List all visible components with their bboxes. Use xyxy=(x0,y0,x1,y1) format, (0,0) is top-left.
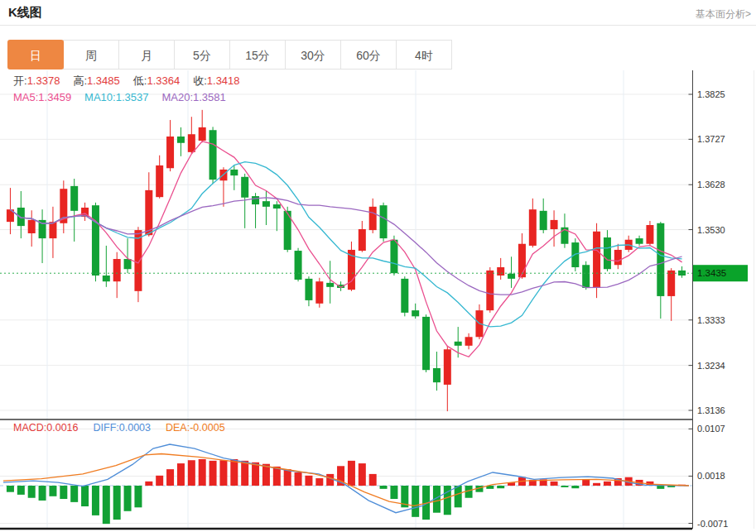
info-label: MA10: xyxy=(84,91,116,103)
marow-item: MA10:1.3537 xyxy=(84,91,148,103)
tab-0-日[interactable]: 日 xyxy=(7,40,64,69)
axis-tick-label: 1.3234 xyxy=(697,361,725,371)
axis-tick-label: 1.3628 xyxy=(697,180,725,189)
macdrow-item: MACD:0.0016 xyxy=(13,422,79,434)
ohlc-info-row: 开:1.3378高:1.3485低:1.3364收:1.3418 xyxy=(13,74,253,89)
info-label: MA5: xyxy=(13,91,38,103)
ma-lines-layer xyxy=(10,141,681,357)
interval-tabs: 日周月5分15分30分60分4时 xyxy=(8,40,452,69)
info-value: 1.3378 xyxy=(27,74,60,87)
axis-tick-label: 1.3727 xyxy=(697,134,725,144)
info-value: 0.0016 xyxy=(46,422,78,434)
axis-tick-label: 1.3825 xyxy=(697,89,725,99)
info-value: 1.3485 xyxy=(87,74,120,87)
tab-7-4时[interactable]: 4时 xyxy=(396,40,452,69)
marow-item: MA5:1.3459 xyxy=(13,91,71,103)
macdrow-item: DIFF:0.0003 xyxy=(94,422,151,434)
candles-layer xyxy=(7,110,686,411)
page-title: K线图 xyxy=(8,5,42,21)
tab-2-月[interactable]: 月 xyxy=(118,40,175,69)
ohlcrow-item: 高:1.3485 xyxy=(73,74,119,87)
price-axis: 1.38251.37271.36281.35301.33331.32341.31… xyxy=(689,70,729,529)
tab-1-周[interactable]: 周 xyxy=(63,40,119,69)
info-label: DIFF: xyxy=(94,422,119,434)
info-value: 1.3459 xyxy=(38,91,71,103)
axis-tick-label: 1.3530 xyxy=(697,225,725,235)
kline-page: 1.38251.37271.36281.35301.33331.32341.31… xyxy=(0,0,756,532)
tab-3-5分[interactable]: 5分 xyxy=(174,40,230,69)
macdrow-item: DEA:-0.0005 xyxy=(166,422,225,434)
info-value: 1.3418 xyxy=(207,74,240,87)
ma-info-row: MA5:1.3459MA10:1.3537MA20:1.3581 xyxy=(13,91,239,103)
info-label: DEA: xyxy=(166,422,190,434)
fundamental-analysis-link[interactable]: 基本面分析> xyxy=(696,7,751,22)
grid-layer xyxy=(0,70,692,529)
ohlcrow-item: 低:1.3364 xyxy=(133,74,180,87)
ma10-line xyxy=(10,162,681,327)
info-label: MACD: xyxy=(13,422,46,434)
ohlcrow-item: 收:1.3418 xyxy=(193,74,239,87)
ohlcrow-item: 开:1.3378 xyxy=(13,74,60,87)
axis-tick-label: 0.0018 xyxy=(697,471,725,481)
current-price-badge-label: 1.3435 xyxy=(697,268,726,278)
info-value: 1.3364 xyxy=(147,74,180,87)
ma20-line xyxy=(10,198,681,295)
axis-tick-label: 1.3136 xyxy=(697,405,725,415)
axis-tick-label: 1.3333 xyxy=(697,315,725,325)
info-value: 0.0003 xyxy=(119,422,151,434)
info-label: 高: xyxy=(73,74,87,87)
macd-info-row: MACD:0.0016DIFF:0.0003DEA:-0.0005 xyxy=(13,422,240,434)
info-value: -0.0005 xyxy=(190,422,224,434)
info-label: MA20: xyxy=(161,91,193,103)
info-label: 收: xyxy=(193,74,207,87)
current-price-badge: 1.3435 xyxy=(693,265,748,281)
tab-5-30分[interactable]: 30分 xyxy=(285,40,341,69)
tab-6-60分[interactable]: 60分 xyxy=(340,40,397,69)
macd-histogram-layer xyxy=(7,459,686,524)
axis-tick-label: -0.0071 xyxy=(697,519,728,529)
info-label: 低: xyxy=(133,74,147,87)
axis-tick-label: 0.0107 xyxy=(697,424,725,434)
info-label: 开: xyxy=(13,74,27,87)
page-header: K线图 基本面分析> xyxy=(0,0,756,26)
info-value: 1.3581 xyxy=(193,91,226,103)
marow-item: MA20:1.3581 xyxy=(161,91,225,103)
info-value: 1.3537 xyxy=(116,91,149,103)
ma5-line xyxy=(10,141,681,357)
tab-4-15分[interactable]: 15分 xyxy=(229,40,286,69)
